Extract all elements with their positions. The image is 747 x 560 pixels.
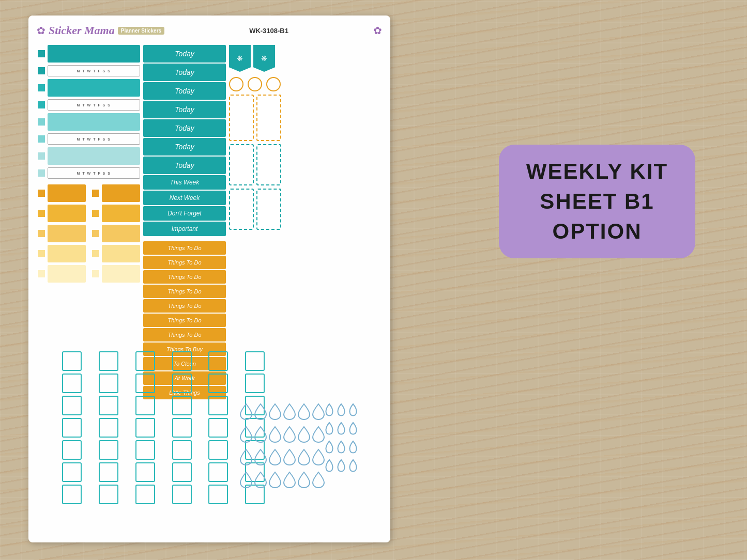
drop-7 bbox=[239, 426, 253, 443]
today-7: Today bbox=[143, 157, 226, 174]
gold-sq-2a bbox=[37, 209, 46, 218]
drop-2 bbox=[254, 403, 267, 421]
drop-row-2 bbox=[239, 426, 325, 443]
drop-row-3 bbox=[239, 448, 325, 466]
dashed-rect-gold-1 bbox=[229, 95, 254, 141]
drop-13 bbox=[239, 448, 253, 466]
gold-sq-4b bbox=[91, 249, 100, 258]
gold-bar-5a bbox=[48, 265, 86, 283]
leaf-12 bbox=[348, 459, 358, 473]
drop-11 bbox=[297, 426, 311, 443]
gold-bar-1b bbox=[102, 184, 140, 202]
gold-sq-5a bbox=[37, 269, 46, 278]
teal-sq-2 bbox=[37, 66, 46, 75]
cb-40 bbox=[172, 485, 192, 504]
today-3: Today bbox=[143, 82, 226, 100]
leaf-8 bbox=[336, 440, 346, 455]
drop-8 bbox=[254, 426, 267, 443]
col-b-labels: Today Today Today Today Today Today Toda… bbox=[143, 45, 226, 399]
drop-5 bbox=[297, 403, 311, 421]
circle-3 bbox=[266, 77, 281, 91]
teal-row-1 bbox=[37, 45, 140, 63]
teal-sq-3 bbox=[37, 83, 46, 92]
drop-21 bbox=[268, 471, 282, 489]
cb-12 bbox=[245, 374, 265, 393]
leaf-1 bbox=[324, 403, 334, 417]
gold-sq-4a bbox=[37, 249, 46, 258]
leaf-3 bbox=[348, 403, 358, 417]
gold-sq-1a bbox=[37, 189, 46, 198]
header-left: ✿ Sticker Mama Planner Stickers bbox=[37, 24, 164, 37]
cb-39 bbox=[135, 485, 155, 504]
dashed-row-teal-2 bbox=[229, 189, 281, 230]
leaf-4 bbox=[324, 422, 334, 436]
planner-badge: Planner Stickers bbox=[118, 27, 164, 35]
teal-sq-6 bbox=[37, 134, 46, 144]
drop-20 bbox=[254, 471, 267, 489]
things-2: Things To Do bbox=[143, 256, 226, 269]
gold-sq-3a bbox=[37, 229, 46, 238]
cb-9 bbox=[135, 374, 155, 393]
badge-line-1: Weekly Kit bbox=[526, 159, 668, 184]
cb-5 bbox=[208, 351, 228, 371]
yellow-rows bbox=[37, 184, 140, 284]
things-5: Things To Do bbox=[143, 299, 226, 313]
teal-row-4: M T W T F S S bbox=[37, 99, 140, 111]
drop-17 bbox=[297, 448, 311, 466]
drop-4 bbox=[283, 403, 296, 421]
teal-row-7 bbox=[37, 147, 140, 165]
leaf-row-2 bbox=[324, 422, 358, 436]
teal-days-3: M T W T F S S bbox=[48, 133, 140, 145]
drop-6 bbox=[312, 403, 325, 421]
gold-bar-4b bbox=[102, 245, 140, 262]
cb-35 bbox=[208, 462, 228, 482]
things-7: Things To Do bbox=[143, 328, 226, 341]
cb-3 bbox=[135, 351, 155, 371]
drop-14 bbox=[254, 448, 267, 466]
gold-sq-1b bbox=[91, 189, 100, 198]
teal-days-4: M T W T F S S bbox=[48, 167, 140, 179]
teal-sq-4 bbox=[37, 100, 46, 110]
dashed-row-gold bbox=[229, 95, 281, 141]
leaf-7 bbox=[324, 440, 334, 455]
cb-34 bbox=[172, 462, 192, 482]
drop-22 bbox=[283, 471, 296, 489]
cb-11 bbox=[208, 374, 228, 393]
cb-1 bbox=[62, 351, 82, 371]
teal-sq-5 bbox=[37, 117, 46, 127]
leaf-10 bbox=[324, 459, 334, 473]
teal-sq-7 bbox=[37, 151, 46, 161]
leaf-9 bbox=[348, 440, 358, 455]
cb-41 bbox=[208, 485, 228, 504]
teal-row-6: M T W T F S S bbox=[37, 133, 140, 145]
cb-15 bbox=[135, 396, 155, 415]
cb-25 bbox=[62, 440, 82, 460]
drop-9 bbox=[268, 426, 282, 443]
gold-row-4 bbox=[37, 245, 140, 262]
things-4: Things To Do bbox=[143, 285, 226, 298]
brand-name: Sticker Mama bbox=[49, 24, 115, 37]
teal-days-2: M T W T F S S bbox=[48, 99, 140, 111]
cb-23 bbox=[208, 418, 228, 438]
cb-10 bbox=[172, 374, 192, 393]
product-code: WK-3108-B1 bbox=[249, 27, 288, 35]
leaf-5 bbox=[336, 422, 346, 436]
teal-bar-2 bbox=[48, 79, 140, 97]
drop-row-4 bbox=[239, 471, 325, 489]
gold-sq-3b bbox=[91, 229, 100, 238]
teal-row-3 bbox=[37, 79, 140, 97]
today-items: Today Today Today Today Today Today Toda… bbox=[143, 45, 226, 399]
teal-row-2: M T W T F S S bbox=[37, 65, 140, 76]
drop-3 bbox=[268, 403, 282, 421]
col-c-stickers: ❋ ❋ bbox=[229, 45, 286, 399]
cb-20 bbox=[99, 418, 118, 438]
gold-row-3 bbox=[37, 225, 140, 242]
main-sticker-area: M T W T F S S M T W T F S S M T W T F S … bbox=[37, 45, 382, 399]
cb-38 bbox=[99, 485, 118, 504]
cb-19 bbox=[62, 418, 82, 438]
gold-row-1 bbox=[37, 184, 140, 202]
dashed-row-teal bbox=[229, 144, 281, 185]
gold-row-2 bbox=[37, 205, 140, 222]
drop-row-1 bbox=[239, 403, 325, 421]
cb-28 bbox=[172, 440, 192, 460]
